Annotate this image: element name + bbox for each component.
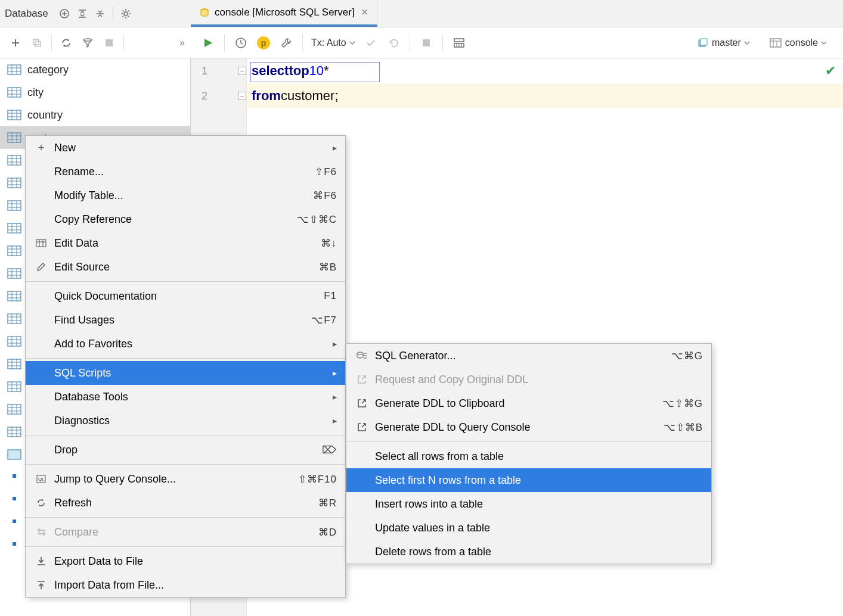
menu-item-update-values[interactable]: Update values in a table <box>346 516 711 540</box>
menu-item-import-data[interactable]: Import Data from File... <box>26 573 345 597</box>
svg-rect-7 <box>423 39 430 46</box>
line-number: 2– <box>191 83 246 108</box>
editor-toolbar: p Tx: Auto master console <box>191 27 843 58</box>
menu-item-rename[interactable]: Rename...⇧F6 <box>26 160 345 183</box>
context-submenu-sql-scripts: SQL Generator...⌥⌘G Request and Copy Ori… <box>346 343 712 564</box>
menu-separator <box>26 517 345 518</box>
menu-item-select-all-rows[interactable]: Select all rows from a table <box>346 444 711 468</box>
schema-dropdown[interactable]: master <box>698 38 751 48</box>
history-icon[interactable] <box>232 34 250 52</box>
menu-item-add-favorites[interactable]: Add to Favorites▸ <box>26 332 345 356</box>
playground-badge[interactable]: p <box>255 34 272 52</box>
menu-item-database-tools[interactable]: Database Tools▸ <box>26 385 345 409</box>
menu-item-insert-rows[interactable]: Insert rows into a table <box>346 492 711 516</box>
stop-icon[interactable] <box>100 34 118 52</box>
svg-rect-22 <box>8 269 21 278</box>
svg-rect-4 <box>35 41 41 46</box>
rollback-icon[interactable] <box>385 34 402 52</box>
refresh-icon <box>34 498 48 508</box>
menu-separator <box>26 358 345 359</box>
separator <box>410 35 410 51</box>
svg-rect-35 <box>36 239 46 247</box>
inspection-ok-icon[interactable]: ✔ <box>825 63 836 79</box>
menu-item-modify-table[interactable]: Modify Table...⌘F6 <box>26 183 345 207</box>
menu-item-gen-ddl-console[interactable]: Generate DDL to Query Console⌥⇧⌘B <box>346 415 711 439</box>
new-icon[interactable] <box>7 34 24 52</box>
menu-item-sql-generator[interactable]: SQL Generator...⌥⌘G <box>346 344 711 368</box>
wrench-icon[interactable] <box>277 34 295 52</box>
svg-rect-20 <box>8 223 21 233</box>
database-toolbar: » <box>0 27 191 58</box>
submenu-arrow-icon: ▸ <box>333 416 337 425</box>
menu-item-copy-reference[interactable]: Copy Reference⌥⇧⌘C <box>26 207 345 231</box>
tree-item-label: city <box>27 86 44 99</box>
menu-item-find-usages[interactable]: Find Usages⌥F7 <box>26 308 345 332</box>
svg-rect-8 <box>454 39 464 42</box>
output-layout-icon[interactable] <box>450 34 468 52</box>
menu-item-delete-rows[interactable]: Delete rows from a table <box>346 540 711 564</box>
collapse-all-icon[interactable] <box>75 6 90 21</box>
more-icon[interactable]: » <box>179 38 186 48</box>
menu-item-gen-ddl-clipboard[interactable]: Generate DDL to Clipboard⌥⇧⌘G <box>346 391 711 415</box>
menu-separator <box>346 441 711 442</box>
fold-icon[interactable]: – <box>238 92 246 100</box>
tree-item-label: country <box>27 109 63 122</box>
svg-rect-21 <box>8 246 21 256</box>
tree-item-city[interactable]: city <box>0 81 190 104</box>
stop-icon[interactable] <box>417 34 435 52</box>
add-datasource-icon[interactable] <box>57 6 72 21</box>
menu-item-edit-source[interactable]: Edit Source⌘B <box>26 255 345 279</box>
separator <box>302 35 303 51</box>
menu-item-edit-data[interactable]: Edit Data⌘↓ <box>26 231 345 255</box>
editor-tab-label: console [Microsoft SQL Server] <box>215 7 355 18</box>
external-link-icon <box>355 422 369 432</box>
context-menu: +New▸ Rename...⇧F6 Modify Table...⌘F6 Co… <box>25 135 346 598</box>
menu-item-compare: ⇆Compare⌘D <box>26 520 345 544</box>
refresh-icon[interactable] <box>57 34 75 52</box>
submenu-arrow-icon: ▸ <box>333 392 337 402</box>
svg-rect-28 <box>8 405 21 414</box>
plus-icon: + <box>34 142 48 154</box>
menu-item-sql-scripts[interactable]: SQL Scripts▸ <box>26 361 345 385</box>
menu-item-diagnostics[interactable]: Diagnostics▸ <box>26 409 345 433</box>
menu-separator <box>26 464 345 465</box>
svg-rect-14 <box>8 88 21 97</box>
tree-item-category[interactable]: category <box>0 58 190 81</box>
menu-separator <box>26 435 345 435</box>
editor-tab-console[interactable]: console [Microsoft SQL Server] ✕ <box>191 0 377 27</box>
menu-item-drop[interactable]: Drop⌦ <box>26 438 345 462</box>
svg-rect-5 <box>106 39 113 46</box>
run-icon[interactable] <box>199 34 217 52</box>
submenu-arrow-icon: ▸ <box>333 339 337 349</box>
tree-item-country[interactable]: country <box>0 104 190 126</box>
line-number: 1– <box>191 58 246 83</box>
svg-rect-16 <box>8 133 21 142</box>
submenu-arrow-icon: ▸ <box>333 368 337 378</box>
svg-rect-34 <box>13 542 16 546</box>
filter-icon[interactable] <box>79 34 97 52</box>
svg-rect-17 <box>8 155 21 165</box>
menu-item-refresh[interactable]: Refresh⌘R <box>26 491 345 515</box>
svg-point-38 <box>357 352 363 354</box>
svg-rect-15 <box>8 110 21 120</box>
separator <box>442 35 443 51</box>
menu-item-jump-console[interactable]: QLJump to Query Console...⇧⌘F10 <box>26 467 345 491</box>
console-dropdown[interactable]: console <box>770 38 827 48</box>
svg-rect-13 <box>8 65 21 74</box>
expand-icon[interactable] <box>92 6 108 21</box>
commit-icon[interactable] <box>362 34 380 52</box>
fold-icon[interactable]: – <box>238 67 246 75</box>
svg-rect-29 <box>8 427 21 437</box>
menu-item-new[interactable]: +New▸ <box>26 136 345 160</box>
menu-item-quick-doc[interactable]: Quick DocumentationF1 <box>26 284 345 308</box>
tx-mode-dropdown[interactable]: Tx: Auto <box>311 38 356 48</box>
menu-item-select-first-n-rows[interactable]: Select first N rows from a table <box>346 468 711 492</box>
duplicate-icon[interactable] <box>28 34 46 52</box>
close-icon[interactable]: ✕ <box>361 7 368 18</box>
menu-item-export-data[interactable]: Export Data to File <box>26 549 345 573</box>
submenu-arrow-icon: ▸ <box>333 143 337 153</box>
gear-icon[interactable] <box>118 6 134 21</box>
svg-rect-26 <box>8 359 21 369</box>
sql-file-icon <box>199 7 210 18</box>
svg-rect-25 <box>8 337 21 346</box>
